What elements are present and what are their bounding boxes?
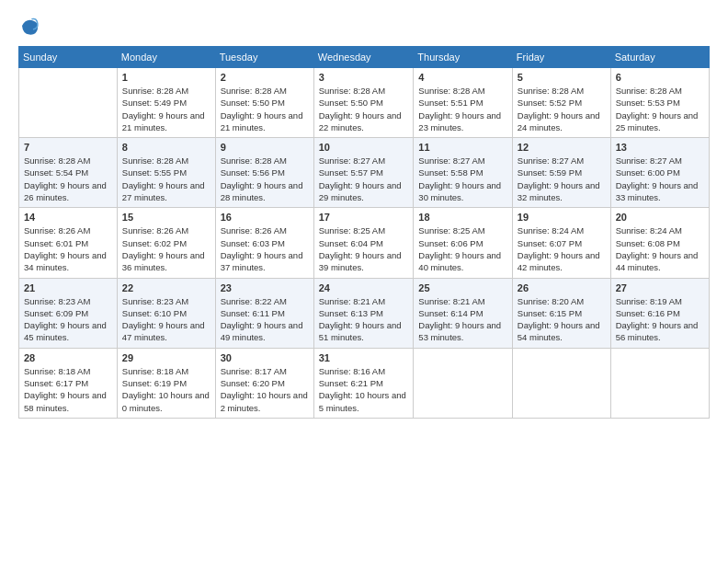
- table-row: 23Sunrise: 8:22 AMSunset: 6:11 PMDayligh…: [215, 278, 313, 348]
- table-row: 22Sunrise: 8:23 AMSunset: 6:10 PMDayligh…: [117, 278, 215, 348]
- table-row: 5Sunrise: 8:28 AMSunset: 5:52 PMDaylight…: [512, 68, 610, 138]
- table-row: 7Sunrise: 8:28 AMSunset: 5:54 PMDaylight…: [19, 138, 118, 208]
- cell-info: Sunrise: 8:18 AMSunset: 6:19 PMDaylight:…: [122, 365, 210, 414]
- day-number: 10: [319, 142, 409, 153]
- day-number: 31: [319, 352, 409, 363]
- cell-info: Sunrise: 8:28 AMSunset: 5:49 PMDaylight:…: [122, 85, 210, 133]
- calendar-week-row: 1Sunrise: 8:28 AMSunset: 5:49 PMDaylight…: [19, 68, 710, 138]
- table-row: 2Sunrise: 8:28 AMSunset: 5:50 PMDaylight…: [215, 68, 313, 138]
- day-number: 18: [418, 212, 506, 223]
- table-row: 21Sunrise: 8:23 AMSunset: 6:09 PMDayligh…: [19, 278, 118, 348]
- table-row: 1Sunrise: 8:28 AMSunset: 5:49 PMDaylight…: [117, 68, 215, 138]
- cell-info: Sunrise: 8:25 AMSunset: 6:06 PMDaylight:…: [418, 224, 506, 273]
- page: Sunday Monday Tuesday Wednesday Thursday…: [0, 0, 728, 563]
- table-row: 26Sunrise: 8:20 AMSunset: 6:15 PMDayligh…: [512, 278, 610, 348]
- cell-info: Sunrise: 8:19 AMSunset: 6:16 PMDaylight:…: [616, 295, 704, 344]
- cell-info: Sunrise: 8:24 AMSunset: 6:08 PMDaylight:…: [616, 224, 704, 273]
- table-row: 16Sunrise: 8:26 AMSunset: 6:03 PMDayligh…: [215, 208, 313, 278]
- header-saturday: Saturday: [610, 47, 709, 68]
- table-row: 14Sunrise: 8:26 AMSunset: 6:01 PMDayligh…: [19, 208, 118, 278]
- table-row: 4Sunrise: 8:28 AMSunset: 5:51 PMDaylight…: [414, 68, 512, 138]
- day-number: 23: [221, 282, 309, 293]
- calendar-table: Sunday Monday Tuesday Wednesday Thursday…: [18, 46, 710, 419]
- table-row: 29Sunrise: 8:18 AMSunset: 6:19 PMDayligh…: [117, 348, 215, 418]
- day-number: 29: [122, 352, 210, 363]
- cell-info: Sunrise: 8:28 AMSunset: 5:50 PMDaylight:…: [319, 85, 409, 133]
- header-friday: Friday: [512, 47, 610, 68]
- cell-info: Sunrise: 8:28 AMSunset: 5:51 PMDaylight:…: [418, 85, 506, 133]
- calendar-week-row: 7Sunrise: 8:28 AMSunset: 5:54 PMDaylight…: [19, 138, 710, 208]
- cell-info: Sunrise: 8:21 AMSunset: 6:14 PMDaylight:…: [418, 295, 506, 344]
- cell-info: Sunrise: 8:28 AMSunset: 5:55 PMDaylight:…: [122, 155, 210, 203]
- day-number: 26: [518, 282, 606, 293]
- table-row: 24Sunrise: 8:21 AMSunset: 6:13 PMDayligh…: [313, 278, 414, 348]
- header-wednesday: Wednesday: [313, 47, 414, 68]
- table-row: 12Sunrise: 8:27 AMSunset: 5:59 PMDayligh…: [512, 138, 610, 208]
- day-number: 17: [319, 212, 409, 223]
- cell-info: Sunrise: 8:26 AMSunset: 6:02 PMDaylight:…: [122, 224, 210, 273]
- day-number: 24: [319, 282, 409, 293]
- weekday-header-row: Sunday Monday Tuesday Wednesday Thursday…: [19, 47, 710, 68]
- day-number: 13: [616, 142, 704, 153]
- table-row: 6Sunrise: 8:28 AMSunset: 5:53 PMDaylight…: [610, 68, 709, 138]
- calendar-week-row: 21Sunrise: 8:23 AMSunset: 6:09 PMDayligh…: [19, 278, 710, 348]
- table-row: [610, 348, 709, 418]
- day-number: 25: [418, 282, 506, 293]
- day-number: 2: [221, 72, 309, 83]
- table-row: 31Sunrise: 8:16 AMSunset: 6:21 PMDayligh…: [313, 348, 414, 418]
- day-number: 20: [616, 212, 704, 223]
- day-number: 22: [122, 282, 210, 293]
- table-row: 20Sunrise: 8:24 AMSunset: 6:08 PMDayligh…: [610, 208, 709, 278]
- cell-info: Sunrise: 8:28 AMSunset: 5:50 PMDaylight:…: [221, 85, 309, 133]
- cell-info: Sunrise: 8:16 AMSunset: 6:21 PMDaylight:…: [319, 365, 409, 414]
- table-row: 27Sunrise: 8:19 AMSunset: 6:16 PMDayligh…: [610, 278, 709, 348]
- day-number: 5: [518, 72, 606, 83]
- table-row: 15Sunrise: 8:26 AMSunset: 6:02 PMDayligh…: [117, 208, 215, 278]
- table-row: 18Sunrise: 8:25 AMSunset: 6:06 PMDayligh…: [414, 208, 512, 278]
- table-row: [512, 348, 610, 418]
- day-number: 4: [418, 72, 506, 83]
- day-number: 7: [24, 142, 112, 153]
- table-row: 10Sunrise: 8:27 AMSunset: 5:57 PMDayligh…: [313, 138, 414, 208]
- logo: [18, 15, 44, 37]
- logo-icon: [18, 15, 40, 37]
- table-row: [19, 68, 118, 138]
- cell-info: Sunrise: 8:27 AMSunset: 5:59 PMDaylight:…: [518, 155, 606, 203]
- table-row: 13Sunrise: 8:27 AMSunset: 6:00 PMDayligh…: [610, 138, 709, 208]
- day-number: 21: [24, 282, 112, 293]
- table-row: 3Sunrise: 8:28 AMSunset: 5:50 PMDaylight…: [313, 68, 414, 138]
- cell-info: Sunrise: 8:23 AMSunset: 6:09 PMDaylight:…: [24, 295, 112, 344]
- cell-info: Sunrise: 8:25 AMSunset: 6:04 PMDaylight:…: [319, 224, 409, 273]
- table-row: 30Sunrise: 8:17 AMSunset: 6:20 PMDayligh…: [215, 348, 313, 418]
- day-number: 11: [418, 142, 506, 153]
- table-row: 25Sunrise: 8:21 AMSunset: 6:14 PMDayligh…: [414, 278, 512, 348]
- cell-info: Sunrise: 8:18 AMSunset: 6:17 PMDaylight:…: [24, 365, 112, 414]
- day-number: 16: [221, 212, 309, 223]
- day-number: 6: [616, 72, 704, 83]
- cell-info: Sunrise: 8:17 AMSunset: 6:20 PMDaylight:…: [221, 365, 309, 414]
- calendar-week-row: 28Sunrise: 8:18 AMSunset: 6:17 PMDayligh…: [19, 348, 710, 418]
- cell-info: Sunrise: 8:27 AMSunset: 6:00 PMDaylight:…: [616, 155, 704, 203]
- day-number: 1: [122, 72, 210, 83]
- cell-info: Sunrise: 8:23 AMSunset: 6:10 PMDaylight:…: [122, 295, 210, 344]
- cell-info: Sunrise: 8:26 AMSunset: 6:03 PMDaylight:…: [221, 224, 309, 273]
- cell-info: Sunrise: 8:28 AMSunset: 5:52 PMDaylight:…: [518, 85, 606, 133]
- cell-info: Sunrise: 8:22 AMSunset: 6:11 PMDaylight:…: [221, 295, 309, 344]
- header: [18, 15, 710, 37]
- header-sunday: Sunday: [19, 47, 118, 68]
- cell-info: Sunrise: 8:27 AMSunset: 5:58 PMDaylight:…: [418, 155, 506, 203]
- cell-info: Sunrise: 8:27 AMSunset: 5:57 PMDaylight:…: [319, 155, 409, 203]
- day-number: 14: [24, 212, 112, 223]
- cell-info: Sunrise: 8:28 AMSunset: 5:54 PMDaylight:…: [24, 155, 112, 203]
- day-number: 27: [616, 282, 704, 293]
- cell-info: Sunrise: 8:21 AMSunset: 6:13 PMDaylight:…: [319, 295, 409, 344]
- table-row: [414, 348, 512, 418]
- cell-info: Sunrise: 8:28 AMSunset: 5:53 PMDaylight:…: [616, 85, 704, 133]
- day-number: 3: [319, 72, 409, 83]
- table-row: 28Sunrise: 8:18 AMSunset: 6:17 PMDayligh…: [19, 348, 118, 418]
- day-number: 30: [221, 352, 309, 363]
- day-number: 8: [122, 142, 210, 153]
- cell-info: Sunrise: 8:20 AMSunset: 6:15 PMDaylight:…: [518, 295, 606, 344]
- cell-info: Sunrise: 8:26 AMSunset: 6:01 PMDaylight:…: [24, 224, 112, 273]
- day-number: 15: [122, 212, 210, 223]
